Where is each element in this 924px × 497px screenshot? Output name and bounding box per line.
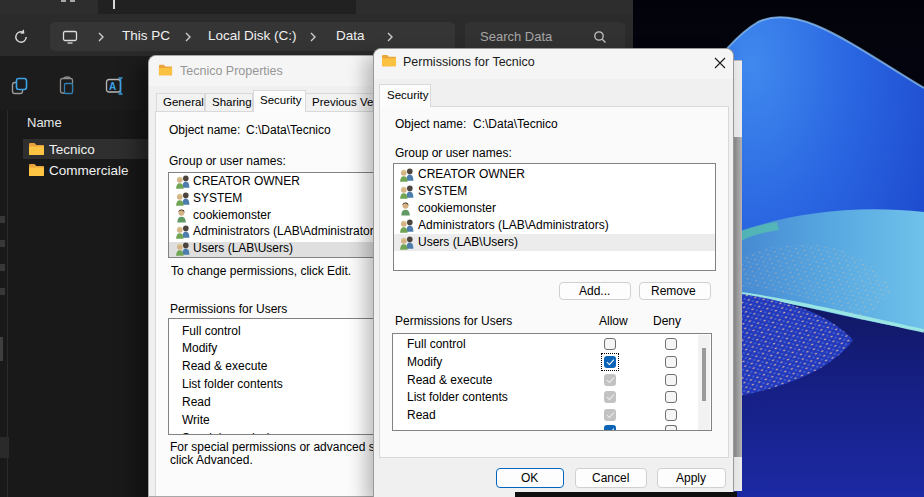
svg-text:A: A <box>109 81 116 92</box>
